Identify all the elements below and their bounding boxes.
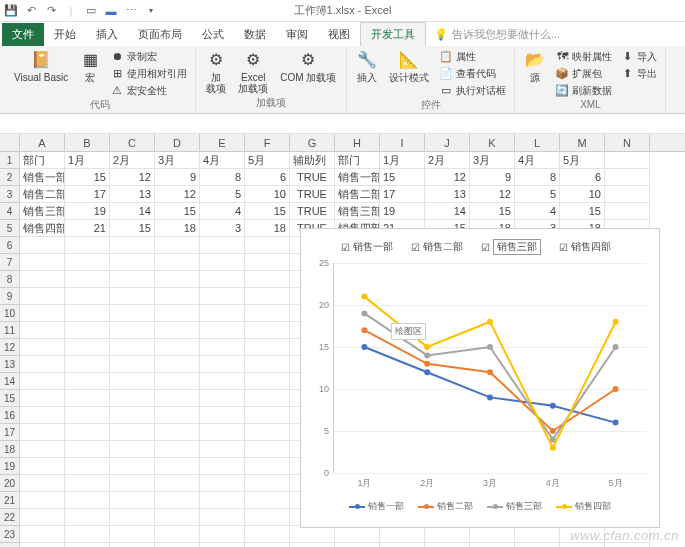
spreadsheet-grid[interactable]: ABCDEFGHIJKLMN 1234567891011121314151617… <box>0 134 685 152</box>
cell[interactable] <box>200 356 245 373</box>
cell[interactable] <box>245 526 290 543</box>
legend-item[interactable]: 销售一部 <box>349 500 404 513</box>
cell[interactable] <box>200 373 245 390</box>
tab-home[interactable]: 开始 <box>44 23 86 46</box>
cell[interactable] <box>335 543 380 547</box>
plot-area[interactable]: 0510152025 绘图区 <box>333 263 647 473</box>
cell[interactable]: 4月 <box>515 152 560 169</box>
addins-button[interactable]: ⚙加 载项 <box>202 48 230 96</box>
cell[interactable]: 19 <box>65 203 110 220</box>
refresh-button[interactable]: 🔄刷新数据 <box>553 82 614 98</box>
cell[interactable]: 12 <box>470 186 515 203</box>
cell[interactable] <box>155 271 200 288</box>
cell[interactable] <box>245 390 290 407</box>
cell[interactable] <box>65 373 110 390</box>
cell[interactable] <box>65 475 110 492</box>
cell[interactable] <box>65 305 110 322</box>
col-header[interactable]: C <box>110 134 155 151</box>
cell[interactable] <box>425 526 470 543</box>
cell[interactable] <box>245 356 290 373</box>
cell[interactable] <box>245 509 290 526</box>
row-header[interactable]: 20 <box>0 475 20 492</box>
chart-series-checkbox[interactable]: ☑销售四部 <box>559 240 611 254</box>
cell[interactable] <box>65 356 110 373</box>
export-button[interactable]: ⬆导出 <box>618 65 659 81</box>
tab-layout[interactable]: 页面布局 <box>128 23 192 46</box>
row-header[interactable]: 24 <box>0 543 20 547</box>
cell[interactable]: 部门 <box>335 152 380 169</box>
cell[interactable] <box>110 424 155 441</box>
cell[interactable]: 部门 <box>20 152 65 169</box>
cell[interactable] <box>200 492 245 509</box>
cell[interactable] <box>155 373 200 390</box>
cell[interactable] <box>245 339 290 356</box>
cell[interactable] <box>155 543 200 547</box>
cell[interactable]: 8 <box>515 169 560 186</box>
cell[interactable] <box>605 203 650 220</box>
row-header[interactable]: 14 <box>0 373 20 390</box>
cell[interactable] <box>20 288 65 305</box>
cell[interactable] <box>65 509 110 526</box>
cell[interactable] <box>605 186 650 203</box>
cell[interactable]: 15 <box>470 203 515 220</box>
cell[interactable] <box>200 305 245 322</box>
row-header[interactable]: 1 <box>0 152 20 169</box>
tell-me[interactable]: 💡告诉我您想要做什么... <box>426 23 568 46</box>
cell[interactable] <box>110 356 155 373</box>
cell[interactable] <box>65 526 110 543</box>
row-header[interactable]: 12 <box>0 339 20 356</box>
cell[interactable] <box>20 237 65 254</box>
cell[interactable]: 9 <box>155 169 200 186</box>
col-header[interactable]: F <box>245 134 290 151</box>
cell[interactable] <box>20 475 65 492</box>
cell[interactable] <box>110 322 155 339</box>
col-header[interactable]: J <box>425 134 470 151</box>
redo-icon[interactable]: ↷ <box>44 4 58 18</box>
macros-button[interactable]: ▦宏 <box>76 48 104 85</box>
cell[interactable] <box>20 254 65 271</box>
cell[interactable] <box>245 492 290 509</box>
save-icon[interactable]: 💾 <box>4 4 18 18</box>
cell[interactable]: 销售一部 <box>335 169 380 186</box>
com-addins-button[interactable]: ⚙COM 加载项 <box>276 48 340 85</box>
cell[interactable]: TRUE <box>290 169 335 186</box>
chart-series-checkbox[interactable]: ☑销售一部 <box>341 240 393 254</box>
cell[interactable] <box>200 390 245 407</box>
col-header[interactable]: I <box>380 134 425 151</box>
cell[interactable] <box>110 254 155 271</box>
cell[interactable]: 15 <box>560 203 605 220</box>
cell[interactable]: 辅助列 <box>290 152 335 169</box>
cell[interactable] <box>515 543 560 547</box>
chart-icon[interactable]: ▬ <box>104 4 118 18</box>
cell[interactable] <box>110 373 155 390</box>
cell[interactable] <box>245 271 290 288</box>
cell[interactable]: 6 <box>245 169 290 186</box>
cell[interactable]: 9 <box>470 169 515 186</box>
cell[interactable] <box>65 390 110 407</box>
legend-item[interactable]: 销售三部 <box>487 500 542 513</box>
col-header[interactable]: H <box>335 134 380 151</box>
cell[interactable]: 13 <box>110 186 155 203</box>
cell[interactable]: 销售三部 <box>335 203 380 220</box>
expansion-button[interactable]: 📦扩展包 <box>553 65 614 81</box>
cell[interactable] <box>20 441 65 458</box>
cell[interactable]: 18 <box>245 220 290 237</box>
col-header[interactable]: M <box>560 134 605 151</box>
cell[interactable]: TRUE <box>290 203 335 220</box>
cell[interactable] <box>110 458 155 475</box>
cell[interactable] <box>155 458 200 475</box>
cell[interactable] <box>155 339 200 356</box>
run-dialog-button[interactable]: ▭执行对话框 <box>437 82 508 98</box>
tab-formula[interactable]: 公式 <box>192 23 234 46</box>
cell[interactable] <box>380 526 425 543</box>
cell[interactable]: 18 <box>155 220 200 237</box>
cell[interactable]: 销售三部 <box>20 203 65 220</box>
cell[interactable] <box>425 543 470 547</box>
cell[interactable] <box>155 254 200 271</box>
cell[interactable] <box>245 475 290 492</box>
cell[interactable] <box>65 288 110 305</box>
row-header[interactable]: 4 <box>0 203 20 220</box>
cell[interactable]: 2月 <box>425 152 470 169</box>
cell[interactable]: 3月 <box>155 152 200 169</box>
row-header[interactable]: 22 <box>0 509 20 526</box>
